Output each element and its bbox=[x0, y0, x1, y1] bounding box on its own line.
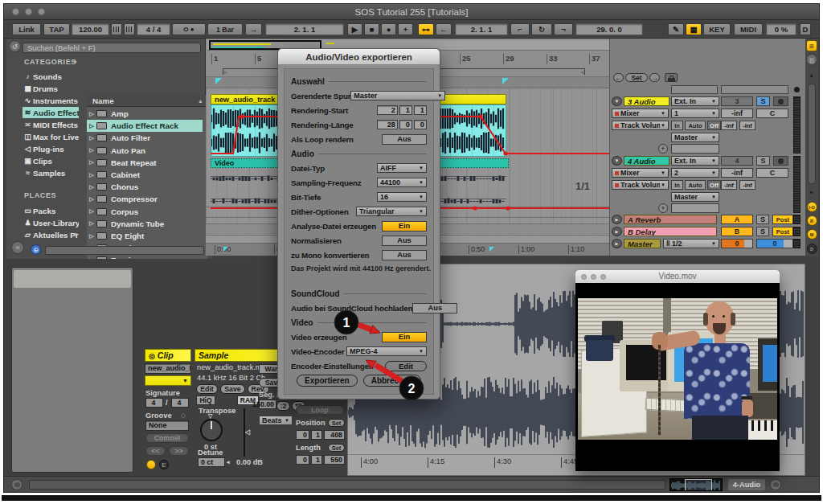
preview-wave-icon[interactable]: ≈ bbox=[11, 241, 24, 254]
commit-button[interactable]: Commit bbox=[145, 433, 189, 443]
mixer-field[interactable]: -inf bbox=[739, 180, 755, 190]
clip-activator-icon[interactable] bbox=[146, 460, 156, 469]
scroll-up-icon[interactable]: ▲ bbox=[809, 72, 814, 78]
mixer-field[interactable]: S bbox=[756, 215, 769, 224]
quantize-menu-button[interactable]: 1 Bar bbox=[207, 23, 243, 35]
mixer-field[interactable]: Auto bbox=[685, 180, 706, 190]
mixer-field[interactable]: In bbox=[671, 180, 683, 190]
signature-denominator[interactable]: 4 bbox=[171, 398, 189, 408]
draw-mode-icon[interactable]: ✎ bbox=[668, 23, 684, 35]
prev-locator-icon[interactable]: ← bbox=[613, 73, 624, 82]
sidebar-item-plug-ins[interactable]: ◁Plug-ins bbox=[23, 143, 79, 154]
routing-select[interactable]: Track Volume▼ bbox=[612, 121, 669, 130]
quantize-button[interactable]: O ● bbox=[172, 23, 206, 35]
signature-numerator[interactable]: 4 bbox=[145, 398, 163, 408]
add-automation-icon[interactable]: + bbox=[658, 203, 668, 213]
loop-length-display[interactable]: 29. 0. 0 bbox=[575, 23, 643, 35]
midi-map-button[interactable]: MIDI bbox=[734, 23, 763, 35]
seg-bpm-value[interactable]: 150.00 bbox=[259, 400, 276, 409]
rendering-l-nge-field-1[interactable]: 0 bbox=[399, 120, 412, 129]
routing-select[interactable]: Master▼ bbox=[671, 192, 719, 202]
add-automation-icon[interactable]: + bbox=[658, 144, 668, 154]
routing-select[interactable]: ‖ 1/2▼ bbox=[663, 239, 719, 248]
track-name[interactable]: 3 Audio bbox=[624, 96, 669, 106]
delay-section-toggle[interactable]: D bbox=[807, 244, 817, 254]
clip-color-chooser[interactable]: ▼ bbox=[145, 375, 191, 386]
rendering-l-nge-field-2[interactable]: 0 bbox=[414, 120, 427, 129]
metronome-icon[interactable] bbox=[111, 23, 122, 35]
sidebar-item-clips[interactable]: ▣Clips bbox=[23, 155, 79, 166]
mixer-field[interactable]: C bbox=[756, 109, 788, 118]
return-play-icon[interactable]: ▶ bbox=[612, 215, 622, 224]
hiq-button[interactable]: HiQ bbox=[196, 395, 215, 405]
record-icon[interactable]: ● bbox=[381, 23, 396, 35]
device-row-eq-eight[interactable]: ▷EQ Eight bbox=[87, 230, 203, 242]
gain-value[interactable]: 0.00 dB bbox=[236, 458, 263, 466]
mixer-field[interactable]: -inf bbox=[721, 121, 737, 130]
groove-circle-icon[interactable]: ◌ bbox=[181, 411, 186, 420]
routing-select[interactable]: Ext. In▼ bbox=[671, 96, 719, 106]
normalisieren-toggle[interactable]: Aus bbox=[382, 236, 427, 246]
length-set-button[interactable]: Set bbox=[328, 444, 345, 452]
set-locator-button[interactable]: Set bbox=[625, 73, 648, 82]
follow-button[interactable]: → bbox=[245, 23, 262, 35]
mixer-field[interactable]: 3 bbox=[721, 96, 753, 106]
master-play-icon[interactable]: ▶ bbox=[612, 239, 622, 248]
mixer-field[interactable]: -inf bbox=[721, 109, 753, 118]
edit-button[interactable]: Edit bbox=[196, 384, 218, 394]
overdub-icon[interactable]: + bbox=[398, 23, 413, 35]
close-icon[interactable] bbox=[12, 8, 19, 15]
video-close-icon[interactable] bbox=[581, 274, 587, 280]
mixer-field[interactable]: 0 bbox=[756, 239, 793, 248]
sidebar-item-drums[interactable]: ▦Drums bbox=[23, 83, 79, 94]
link-button[interactable]: Link bbox=[12, 23, 41, 35]
return-name[interactable]: A Reverb bbox=[624, 215, 717, 224]
detune-field[interactable]: 0 ct bbox=[198, 457, 225, 467]
name-sort-icon[interactable]: ▲ bbox=[198, 98, 203, 104]
abbrechen-button[interactable]: Abbrechen bbox=[363, 375, 421, 387]
io-section-toggle[interactable]: I-O bbox=[807, 202, 817, 212]
metronome2-icon[interactable] bbox=[124, 23, 135, 35]
routing-select[interactable]: Mixer▼ bbox=[612, 109, 669, 118]
browser-toggle-icon[interactable]: ↺ bbox=[9, 40, 21, 52]
sidebar-item-audio-effect[interactable]: ≋Audio Effect bbox=[23, 107, 79, 118]
nudge-next-button[interactable]: >> bbox=[169, 446, 189, 456]
gerenderte-spur-select[interactable]: Master▼ bbox=[350, 91, 445, 100]
device-row-dynamic-tube[interactable]: ▷Dynamic Tube bbox=[87, 218, 203, 230]
warp-mode-select[interactable]: Beats▼ bbox=[259, 416, 293, 425]
mixer-field[interactable]: Auto bbox=[685, 121, 706, 130]
loop-start-display[interactable]: 2. 1. 1 bbox=[455, 23, 508, 35]
bit-tiefe-select[interactable]: 16▼ bbox=[377, 192, 427, 202]
computer-midi-keyboard-icon[interactable]: ▦ bbox=[686, 23, 702, 35]
next-locator-icon[interactable]: → bbox=[649, 73, 660, 82]
device-list-name-header[interactable]: Name bbox=[87, 95, 207, 107]
loop-button[interactable]: Loop bbox=[296, 405, 344, 415]
device-row-compressor[interactable]: ▷Compressor bbox=[87, 193, 203, 205]
detune-spin-icon[interactable]: ◂ bbox=[227, 459, 230, 465]
rendering-l-nge-field-0[interactable]: 28 bbox=[377, 120, 398, 129]
lock-icon[interactable] bbox=[665, 73, 678, 82]
rendering-start-field-2[interactable]: 1 bbox=[414, 105, 427, 115]
encoder-einstellungen-button[interactable]: Edit bbox=[385, 361, 427, 371]
mixer-field[interactable]: Off bbox=[707, 180, 721, 190]
nudge-prev-button[interactable]: << bbox=[145, 446, 166, 456]
mixer-field[interactable]: -inf bbox=[721, 168, 753, 178]
mixer-field[interactable]: B bbox=[721, 227, 753, 236]
length-bars[interactable]: 0 bbox=[296, 455, 309, 465]
sampling-frequenz-select[interactable]: 44100▼ bbox=[377, 178, 427, 187]
sidebar-item-max-for-live[interactable]: ◫Max for Live bbox=[23, 131, 79, 142]
dither-optionen-select[interactable]: Triangular▼ bbox=[356, 207, 427, 216]
routing-select[interactable]: 1▼ bbox=[671, 109, 719, 118]
time-signature-display[interactable]: 4 / 4 bbox=[137, 23, 170, 35]
key-map-button[interactable]: KEY bbox=[703, 23, 731, 35]
mixer-field[interactable]: S bbox=[756, 227, 769, 236]
device-row-corpus[interactable]: ▷Corpus bbox=[87, 206, 203, 218]
loop-icon[interactable]: ↻ bbox=[531, 23, 552, 35]
datei-typ-select[interactable]: AIFF▼ bbox=[377, 163, 427, 173]
scroll-down-icon[interactable]: ▼ bbox=[809, 190, 814, 195]
arrangement-position-display[interactable]: 2. 1. 1 bbox=[265, 23, 344, 35]
mixer-field[interactable]: Post bbox=[772, 227, 793, 236]
punch-in-icon[interactable]: ⌐ bbox=[510, 23, 530, 35]
preview-bar[interactable] bbox=[45, 246, 204, 255]
mixer-field[interactable]: Off bbox=[707, 121, 721, 130]
